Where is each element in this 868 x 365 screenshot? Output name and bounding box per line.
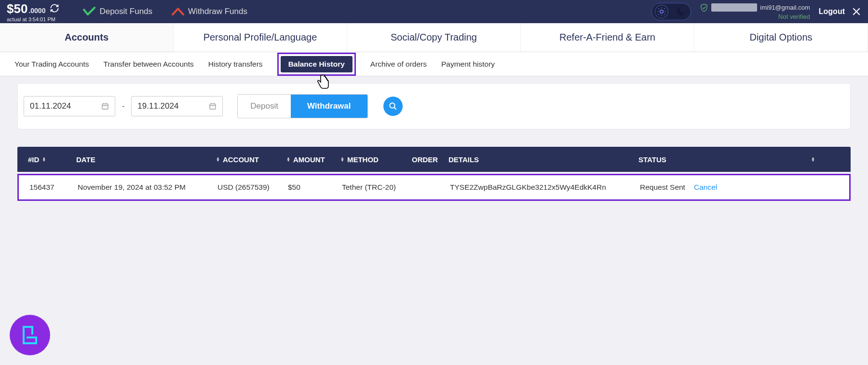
sort-icon: ▲▼ <box>811 157 815 162</box>
subtab-your-accounts[interactable]: Your Trading Accounts <box>14 55 89 73</box>
deposit-funds-button[interactable]: Deposit Funds <box>83 7 152 16</box>
th-method[interactable]: ▲▼ METHOD <box>340 155 412 164</box>
deposit-funds-label: Deposit Funds <box>99 7 152 16</box>
date-to-value: 19.11.2024 <box>137 101 178 111</box>
sort-icon: ▲▼ <box>42 157 46 162</box>
balance-currency: $ <box>7 1 14 16</box>
balance-decimal: .0000 <box>28 7 45 14</box>
balance-block: $ 50 .0000 actual at 3:54:01 PM <box>7 1 60 22</box>
th-date[interactable]: DATE <box>76 155 216 164</box>
cancel-link[interactable]: Cancel <box>694 183 723 192</box>
th-order[interactable]: ORDER <box>412 155 448 164</box>
cell-amount: $50 <box>288 183 342 192</box>
tab-digital[interactable]: Digital Options <box>694 23 868 52</box>
svg-rect-15 <box>210 104 216 109</box>
svg-rect-11 <box>102 104 108 109</box>
table-header: #ID ▲▼ DATE ▲▼ ACCOUNT ▲▼ AMOUNT ▲▼ METH… <box>17 147 851 172</box>
theme-toggle[interactable] <box>651 3 691 20</box>
subtab-balance-history[interactable]: Balance History <box>281 56 353 72</box>
toggle-withdrawal[interactable]: Withdrawal <box>291 95 367 118</box>
main-tabs: Accounts Personal Profile/Language Socia… <box>0 23 868 52</box>
th-amount[interactable]: ▲▼ AMOUNT <box>286 155 340 164</box>
subtab-transfer[interactable]: Transfer between Accounts <box>104 55 194 73</box>
cell-status: Request Sent <box>640 183 694 192</box>
user-email-masked <box>711 3 757 12</box>
svg-line-5 <box>659 9 659 9</box>
tab-profile[interactable]: Personal Profile/Language <box>174 23 347 52</box>
cell-method: Tether (TRC-20) <box>342 183 413 192</box>
subtab-payment[interactable]: Payment history <box>441 55 495 73</box>
transactions-table: #ID ▲▼ DATE ▲▼ ACCOUNT ▲▼ AMOUNT ▲▼ METH… <box>17 147 851 201</box>
type-toggle: Deposit Withdrawal <box>237 94 367 118</box>
date-separator: - <box>120 102 126 111</box>
subtab-archive[interactable]: Archive of orders <box>370 55 427 73</box>
svg-line-20 <box>394 107 396 110</box>
tab-accounts[interactable]: Accounts <box>0 23 174 52</box>
checkmark-down-icon <box>83 7 95 16</box>
sort-icon: ▲▼ <box>286 157 290 162</box>
cell-date: November 19, 2024 at 03:52 PM <box>78 183 217 192</box>
verification-status: Not verified <box>778 13 810 20</box>
calendar-icon <box>209 102 217 110</box>
withdraw-funds-button[interactable]: Withdraw Funds <box>172 7 247 16</box>
moon-icon <box>674 5 688 18</box>
date-to-input[interactable]: 19.11.2024 <box>131 96 223 116</box>
svg-point-19 <box>390 103 395 108</box>
balance-integer: 50 <box>14 1 27 16</box>
table-row: 156437 November 19, 2024 at 03:52 PM USD… <box>19 175 849 199</box>
svg-line-7 <box>659 14 659 14</box>
content-area: 01.11.2024 - 19.11.2024 Deposit Withdraw… <box>0 76 868 208</box>
th-status[interactable]: STATUS <box>638 155 692 164</box>
cell-account: USD (2657539) <box>217 183 288 192</box>
th-details[interactable]: DETAILS <box>448 155 638 164</box>
tab-refer[interactable]: Refer-A-Friend & Earn <box>521 23 694 52</box>
th-account[interactable]: ▲▼ ACCOUNT <box>216 155 286 164</box>
top-header: $ 50 .0000 actual at 3:54:01 PM Deposit … <box>0 0 868 23</box>
user-email-suffix: imi91@gmail.com <box>760 4 810 11</box>
calendar-icon <box>101 102 109 110</box>
brand-logo-badge[interactable] <box>10 315 50 355</box>
withdraw-funds-label: Withdraw Funds <box>188 7 247 16</box>
subtab-balance-history-highlight: Balance History <box>277 53 356 76</box>
svg-line-8 <box>665 9 665 9</box>
th-sort-end[interactable]: ▲▼ <box>811 157 840 162</box>
logout-button[interactable]: Logout <box>819 7 845 16</box>
sun-icon <box>655 5 668 18</box>
chevron-up-icon <box>172 7 184 16</box>
svg-line-6 <box>665 14 665 14</box>
sort-icon: ▲▼ <box>216 157 220 162</box>
cell-details: TYSE2ZwpBaRzGLGKbe3212x5Wy4EdkK4Rn <box>450 183 640 192</box>
tab-social[interactable]: Social/Copy Trading <box>347 23 521 52</box>
balance-timestamp: actual at 3:54:01 PM <box>7 16 60 22</box>
th-id[interactable]: #ID ▲▼ <box>28 155 76 164</box>
refresh-icon[interactable] <box>49 3 60 14</box>
close-icon[interactable] <box>852 7 861 16</box>
search-button[interactable] <box>383 97 403 116</box>
shield-check-icon <box>700 3 708 12</box>
date-from-value: 01.11.2024 <box>30 101 71 111</box>
cell-id: 156437 <box>29 183 78 192</box>
svg-point-0 <box>660 10 664 14</box>
sort-icon: ▲▼ <box>340 157 344 162</box>
filter-bar: 01.11.2024 - 19.11.2024 Deposit Withdraw… <box>17 83 851 129</box>
table-row-highlight: 156437 November 19, 2024 at 03:52 PM USD… <box>17 174 851 201</box>
date-from-input[interactable]: 01.11.2024 <box>24 96 115 116</box>
toggle-deposit[interactable]: Deposit <box>238 95 291 118</box>
user-info: imi91@gmail.com Not verified <box>700 3 810 20</box>
subtab-history-transfers[interactable]: History transfers <box>208 55 263 73</box>
sub-tabs: Your Trading Accounts Transfer between A… <box>0 52 868 76</box>
